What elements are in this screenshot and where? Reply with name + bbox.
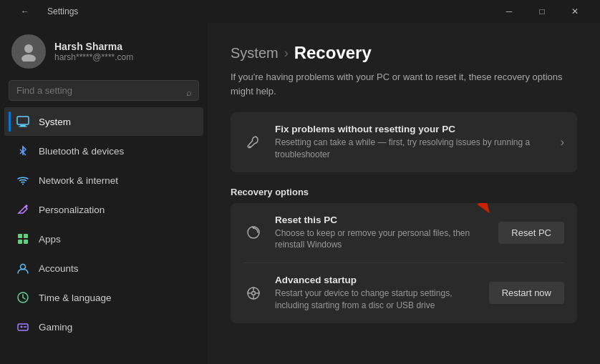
breadcrumb-separator: › xyxy=(284,46,289,61)
sidebar-item-network[interactable]: Network & internet xyxy=(4,166,203,195)
reset-pc-desc: Choose to keep or remove your personal f… xyxy=(275,227,487,252)
apps-icon xyxy=(16,232,30,246)
user-email: harsh*****@****.com xyxy=(54,52,133,62)
sidebar-item-time[interactable]: Time & language xyxy=(4,283,203,312)
reset-pc-text: Reset this PC Choose to keep or remove y… xyxy=(275,215,487,252)
minimize-button[interactable]: ─ xyxy=(493,0,526,23)
close-button[interactable]: ✕ xyxy=(558,0,591,23)
maximize-button[interactable]: □ xyxy=(526,0,558,23)
app-title: Settings xyxy=(47,6,78,16)
bluetooth-icon xyxy=(16,144,30,158)
svg-point-1 xyxy=(21,54,36,62)
svg-rect-8 xyxy=(18,240,22,244)
svg-rect-4 xyxy=(19,127,27,127)
sidebar-item-apps[interactable]: Apps xyxy=(4,225,203,253)
sidebar-nav: System Bluetooth & devices xyxy=(0,107,208,342)
advanced-startup-action: Restart now xyxy=(489,282,564,304)
chevron-right-icon: › xyxy=(561,136,564,149)
sidebar-item-system[interactable]: System xyxy=(4,107,203,136)
network-icon xyxy=(16,173,30,187)
breadcrumb-current: Recovery xyxy=(294,43,372,63)
fix-problems-desc: Resetting can take a while — first, try … xyxy=(275,137,549,161)
search-container: ⌕ xyxy=(0,77,208,107)
reset-pc-title: Reset this PC xyxy=(275,215,487,225)
page-subtitle: If you're having problems with your PC o… xyxy=(231,70,577,98)
advanced-startup-item[interactable]: Advanced startup Restart your device to … xyxy=(231,263,577,323)
svg-point-0 xyxy=(24,44,33,53)
titlebar-left: ← Settings xyxy=(9,0,78,23)
accounts-icon xyxy=(16,261,30,275)
svg-rect-6 xyxy=(18,234,22,238)
reset-pc-item[interactable]: Reset this PC Choose to keep or remove y… xyxy=(231,203,577,263)
svg-point-14 xyxy=(25,326,26,328)
wrench-icon xyxy=(243,132,263,152)
sidebar-item-label-time: Time & language xyxy=(39,292,112,303)
reset-pc-action: Reset PC xyxy=(498,222,564,244)
content-area: System › Recovery If you're having probl… xyxy=(208,23,600,364)
sidebar-item-label-accounts: Accounts xyxy=(39,263,79,274)
svg-rect-9 xyxy=(24,240,28,244)
sidebar: Harsh Sharma harsh*****@****.com ⌕ Syste… xyxy=(0,23,208,364)
search-input[interactable] xyxy=(9,80,199,101)
svg-point-10 xyxy=(21,265,26,270)
back-button[interactable]: ← xyxy=(9,0,42,23)
fix-problems-item[interactable]: Fix problems without resetting your PC R… xyxy=(231,112,577,172)
main-layout: Harsh Sharma harsh*****@****.com ⌕ Syste… xyxy=(0,23,600,364)
window-controls: ─ □ ✕ xyxy=(493,0,591,23)
sidebar-item-bluetooth[interactable]: Bluetooth & devices xyxy=(4,137,203,165)
svg-point-15 xyxy=(249,146,251,147)
user-info: Harsh Sharma harsh*****@****.com xyxy=(54,41,133,62)
advanced-startup-text: Advanced startup Restart your device to … xyxy=(275,275,478,312)
search-icon: ⌕ xyxy=(186,87,192,97)
avatar xyxy=(11,34,46,69)
fix-problems-text: Fix problems without resetting your PC R… xyxy=(275,124,549,161)
sidebar-item-label-network: Network & internet xyxy=(39,175,118,186)
user-name: Harsh Sharma xyxy=(54,41,133,52)
fix-problems-title: Fix problems without resetting your PC xyxy=(275,124,549,134)
recovery-options-label: Recovery options xyxy=(231,181,577,203)
sidebar-item-label-apps: Apps xyxy=(39,234,61,245)
svg-rect-2 xyxy=(17,117,29,124)
breadcrumb-parent: System xyxy=(231,45,279,62)
advanced-startup-title: Advanced startup xyxy=(275,275,478,285)
svg-point-5 xyxy=(22,184,24,185)
sidebar-item-gaming[interactable]: Gaming xyxy=(4,313,203,341)
svg-rect-12 xyxy=(18,324,28,330)
restart-now-button[interactable]: Restart now xyxy=(489,282,564,304)
sidebar-item-accounts[interactable]: Accounts xyxy=(4,254,203,282)
user-profile[interactable]: Harsh Sharma harsh*****@****.com xyxy=(0,23,208,77)
svg-rect-7 xyxy=(24,234,28,238)
personalization-icon xyxy=(16,202,30,217)
titlebar: ← Settings ─ □ ✕ xyxy=(0,0,600,23)
system-icon xyxy=(16,114,30,129)
svg-point-19 xyxy=(252,291,256,295)
time-icon xyxy=(16,290,30,305)
sidebar-item-label-gaming: Gaming xyxy=(39,322,72,333)
svg-point-13 xyxy=(24,326,25,328)
recovery-options-card: Reset this PC Choose to keep or remove y… xyxy=(231,203,577,323)
advanced-startup-desc: Restart your device to change startup se… xyxy=(275,287,478,312)
sidebar-item-label-bluetooth: Bluetooth & devices xyxy=(39,146,124,157)
advanced-startup-icon xyxy=(243,283,263,303)
fix-problems-card[interactable]: Fix problems without resetting your PC R… xyxy=(231,112,577,172)
sidebar-item-personalization[interactable]: Personalization xyxy=(4,195,203,224)
reset-pc-button[interactable]: Reset PC xyxy=(498,222,564,244)
reset-icon xyxy=(243,222,263,242)
breadcrumb: System › Recovery xyxy=(231,43,577,63)
sidebar-item-label-system: System xyxy=(39,117,71,127)
fix-problems-chevron[interactable]: › xyxy=(561,136,564,149)
gaming-icon xyxy=(16,320,30,334)
sidebar-item-label-personalization: Personalization xyxy=(39,205,105,215)
